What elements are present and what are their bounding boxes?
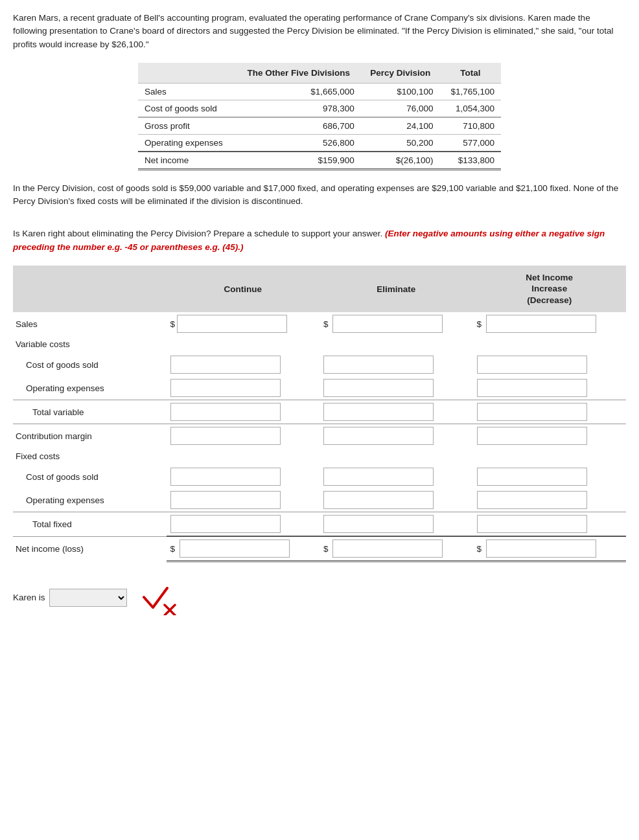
cogs-variable-continue-cell <box>167 353 320 376</box>
total-fixed-continue-cell <box>167 512 320 537</box>
check-x-svg <box>141 578 179 615</box>
cogs-variable-eliminate-input[interactable] <box>323 356 434 374</box>
sales-row-label: Sales <box>13 312 167 335</box>
opex-fixed-netincome-input[interactable] <box>477 491 587 509</box>
contribution-margin-continue-cell <box>167 424 320 448</box>
opex-col1: 526,800 <box>237 134 361 152</box>
total-variable-eliminate-input[interactable] <box>323 403 434 421</box>
dollar-sign-continue-ni: $ <box>170 544 176 554</box>
cogs-fixed-label: Cost of goods sold <box>13 465 167 488</box>
first-table-col1-header: The Other Five Divisions <box>237 63 361 84</box>
cogs-variable-continue-input[interactable] <box>170 356 281 374</box>
net-income-loss-netincome-input[interactable] <box>486 539 596 558</box>
first-table: The Other Five Divisions Percy Division … <box>138 63 501 170</box>
first-table-empty-header <box>138 63 237 84</box>
opex-col2: 50,200 <box>361 134 440 152</box>
contribution-margin-eliminate-input[interactable] <box>323 427 434 445</box>
total-fixed-eliminate-input[interactable] <box>323 515 434 533</box>
karen-is-dropdown[interactable]: correct incorrect <box>49 589 127 607</box>
contribution-margin-row: Contribution margin <box>13 424 626 448</box>
opex-fixed-netincome-cell <box>473 488 627 512</box>
opex-variable-continue-input[interactable] <box>170 379 281 397</box>
total-fixed-continue-input[interactable] <box>170 515 281 533</box>
total-variable-continue-input[interactable] <box>170 403 281 421</box>
karen-is-row: Karen is correct incorrect <box>13 578 626 617</box>
opex-variable-continue-cell <box>167 376 320 400</box>
dollar-sign-eliminate-sales: $ <box>323 319 329 329</box>
sales-continue-cell: $ <box>167 312 320 335</box>
cogs-fixed-netincome-input[interactable] <box>477 468 587 486</box>
second-table-netincome-header: Net Income Increase (Decrease) <box>473 266 627 313</box>
second-table-container: Continue Eliminate Net Income Increase (… <box>13 266 626 563</box>
total-fixed-row: Total fixed <box>13 512 626 537</box>
variable-costs-section: Variable costs <box>13 335 626 353</box>
gross-profit-col2: 24,100 <box>361 117 440 135</box>
cogs-variable-label: Cost of goods sold <box>13 353 167 376</box>
total-variable-label: Total variable <box>13 400 167 424</box>
sales-continue-input[interactable] <box>177 315 287 333</box>
opex-variable-label: Operating expenses <box>13 376 167 400</box>
sales-eliminate-input[interactable] <box>332 315 443 333</box>
table-row: Gross profit 686,700 24,100 710,800 <box>138 117 501 135</box>
fixed-costs-label: Fixed costs <box>13 448 626 465</box>
table-row: Net income $159,900 $(26,100) $133,800 <box>138 152 501 170</box>
opex-variable-netincome-cell <box>473 376 627 400</box>
net-income-loss-continue-input[interactable] <box>180 539 290 558</box>
karen-is-label: Karen is <box>13 593 45 602</box>
cogs-variable-row: Cost of goods sold <box>13 353 626 376</box>
sales-col3: $1,765,100 <box>440 83 501 100</box>
contribution-margin-continue-input[interactable] <box>170 427 281 445</box>
opex-fixed-continue-input[interactable] <box>170 491 281 509</box>
gross-profit-col1: 686,700 <box>237 117 361 135</box>
sales-netincome-cell: $ <box>473 312 627 335</box>
sales-label: Sales <box>138 83 237 100</box>
sales-input-row: Sales $ $ $ <box>13 312 626 335</box>
second-table-empty-header <box>13 266 167 313</box>
total-fixed-label: Total fixed <box>13 512 167 537</box>
opex-variable-row: Operating expenses <box>13 376 626 400</box>
question-paragraph: Is Karen right about eliminating the Per… <box>13 227 626 254</box>
contribution-margin-netincome-cell <box>473 424 627 448</box>
cogs-fixed-eliminate-cell <box>320 465 473 488</box>
cogs-variable-netincome-input[interactable] <box>477 356 587 374</box>
total-variable-netincome-cell <box>473 400 627 424</box>
question-plain: Is Karen right about eliminating the Per… <box>13 229 382 238</box>
opex-variable-netincome-input[interactable] <box>477 379 587 397</box>
fixed-costs-section: Fixed costs <box>13 448 626 465</box>
second-table: Continue Eliminate Net Income Increase (… <box>13 266 626 563</box>
table-row: Sales $1,665,000 $100,100 $1,765,100 <box>138 83 501 100</box>
net-income-col1: $159,900 <box>237 152 361 170</box>
total-fixed-netincome-cell <box>473 512 627 537</box>
opex-fixed-eliminate-input[interactable] <box>323 491 434 509</box>
cogs-variable-eliminate-cell <box>320 353 473 376</box>
opex-variable-eliminate-cell <box>320 376 473 400</box>
sales-netincome-input[interactable] <box>486 315 596 333</box>
table-row: Cost of goods sold 978,300 76,000 1,054,… <box>138 100 501 117</box>
total-fixed-netincome-input[interactable] <box>477 515 587 533</box>
opex-variable-eliminate-input[interactable] <box>323 379 434 397</box>
net-income-col3: $133,800 <box>440 152 501 170</box>
net-income-loss-eliminate-input[interactable] <box>332 539 443 558</box>
cogs-fixed-eliminate-input[interactable] <box>323 468 434 486</box>
cogs-label: Cost of goods sold <box>138 100 237 117</box>
net-income-label: Net income <box>138 152 237 170</box>
total-variable-continue-cell <box>167 400 320 424</box>
check-x-indicator <box>141 578 179 617</box>
sales-col2: $100,100 <box>361 83 440 100</box>
total-variable-row: Total variable <box>13 400 626 424</box>
opex-fixed-label: Operating expenses <box>13 488 167 512</box>
cogs-col2: 76,000 <box>361 100 440 117</box>
total-variable-eliminate-cell <box>320 400 473 424</box>
gross-profit-col3: 710,800 <box>440 117 501 135</box>
cogs-variable-netincome-cell <box>473 353 627 376</box>
net-income-loss-continue-cell: $ <box>167 536 320 562</box>
net-income-loss-row: Net income (loss) $ $ $ <box>13 536 626 562</box>
dollar-sign-eliminate-ni: $ <box>323 544 329 554</box>
gross-profit-label: Gross profit <box>138 117 237 135</box>
contribution-margin-label: Contribution margin <box>13 424 167 448</box>
contribution-margin-netincome-input[interactable] <box>477 427 587 445</box>
total-variable-netincome-input[interactable] <box>477 403 587 421</box>
cogs-fixed-continue-input[interactable] <box>170 468 281 486</box>
total-fixed-eliminate-cell <box>320 512 473 537</box>
cogs-fixed-row: Cost of goods sold <box>13 465 626 488</box>
